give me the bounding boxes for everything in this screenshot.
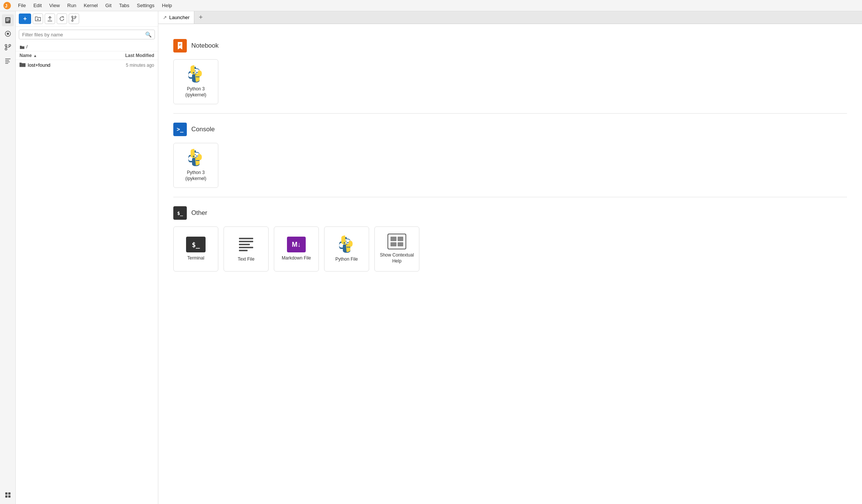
svg-point-7: [7, 33, 9, 35]
markdown-card[interactable]: M↓ Markdown File: [274, 226, 319, 272]
sort-icon: ▲: [33, 54, 37, 58]
pythonfile-icon: [338, 236, 356, 254]
menu-help[interactable]: Help: [159, 2, 175, 9]
other-cards: $_ Terminal Text File: [173, 226, 847, 272]
list-item[interactable]: lost+found 5 minutes ago: [16, 60, 158, 70]
console-section-title: Console: [191, 126, 215, 133]
new-folder-button[interactable]: [33, 14, 43, 24]
sidebar-item-files[interactable]: [2, 14, 14, 26]
contextual-help-card-label: Show Contextual Help: [379, 252, 414, 264]
section-console-header: >_ Console: [173, 123, 847, 136]
console-card-label: Python 3(ipykernel): [185, 170, 206, 182]
svg-point-33: [348, 245, 350, 247]
menu-edit[interactable]: Edit: [30, 2, 45, 9]
pythonfile-card-label: Python File: [335, 256, 358, 262]
svg-point-26: [72, 20, 73, 21]
terminal-card-label: Terminal: [187, 255, 204, 261]
terminal-icon: $_: [186, 237, 206, 252]
console-python3-card[interactable]: Python 3(ipykernel): [173, 143, 218, 188]
svg-rect-2: [5, 17, 11, 23]
contextual-help-card[interactable]: Show Contextual Help: [374, 226, 419, 272]
git-panel-button[interactable]: [69, 14, 79, 24]
search-input[interactable]: [22, 32, 145, 38]
console-cards: Python 3(ipykernel): [173, 143, 847, 188]
sidebar-item-running[interactable]: [2, 28, 14, 40]
markdown-icon: M↓: [287, 237, 306, 252]
console-section-icon: >_: [173, 123, 187, 136]
section-notebook-header: Notebook: [173, 39, 847, 52]
svg-point-29: [197, 75, 199, 76]
menu-git[interactable]: Git: [102, 2, 115, 9]
svg-rect-18: [5, 495, 8, 498]
new-launcher-button[interactable]: + +: [19, 14, 31, 24]
svg-rect-3: [6, 18, 10, 19]
file-list: lost+found 5 minutes ago: [16, 60, 158, 504]
add-tab-button[interactable]: +: [194, 11, 207, 24]
svg-point-8: [5, 45, 7, 46]
markdown-card-label: Markdown File: [282, 255, 311, 261]
launcher-tab-icon: ↗: [163, 15, 167, 20]
tab-launcher[interactable]: ↗ Launcher: [158, 11, 194, 24]
notebook-card-label: Python 3(ipykernel): [185, 86, 206, 98]
file-search-container: 🔍: [16, 27, 158, 42]
folder-icon: [20, 62, 26, 68]
textfile-icon: [237, 236, 255, 254]
breadcrumb: /: [16, 42, 158, 51]
svg-point-28: [193, 72, 194, 74]
sidebar-icons: [0, 11, 16, 504]
divider-1: [173, 113, 847, 114]
menu-tabs[interactable]: Tabs: [116, 2, 132, 9]
svg-point-10: [5, 48, 7, 50]
tab-label: Launcher: [169, 15, 189, 20]
notebook-section-title: Notebook: [191, 42, 219, 50]
tab-bar: ↗ Launcher +: [158, 11, 862, 24]
textfile-card[interactable]: Text File: [224, 226, 269, 272]
svg-rect-17: [8, 492, 11, 495]
sidebar-item-toc[interactable]: [2, 55, 14, 67]
search-icon: 🔍: [145, 32, 152, 38]
notebook-cards: Python 3(ipykernel): [173, 59, 847, 104]
svg-point-24: [72, 16, 73, 18]
refresh-button[interactable]: [57, 14, 67, 24]
menu-view[interactable]: View: [46, 2, 63, 9]
section-other-header: $_ Other: [173, 206, 847, 220]
plus-icon: +: [23, 15, 27, 22]
menu-run[interactable]: Run: [64, 2, 79, 9]
menu-kernel[interactable]: Kernel: [81, 2, 101, 9]
other-section-title: Other: [191, 209, 207, 217]
column-modified[interactable]: Last Modified: [98, 53, 154, 58]
textfile-card-label: Text File: [238, 256, 255, 262]
other-section-icon: $_: [173, 206, 187, 220]
pythonfile-card[interactable]: Python File: [324, 226, 369, 272]
file-list-header: Name ▲ Last Modified: [16, 51, 158, 60]
notebook-python3-card[interactable]: Python 3(ipykernel): [173, 59, 218, 104]
launcher-panel: Notebook Python 3(ipykernel): [158, 24, 862, 504]
file-search-box[interactable]: 🔍: [19, 30, 155, 39]
svg-point-31: [197, 159, 199, 160]
column-name[interactable]: Name ▲: [20, 53, 98, 58]
svg-rect-5: [6, 21, 9, 21]
svg-rect-19: [8, 495, 11, 498]
svg-rect-16: [5, 492, 8, 495]
main-area: ↗ Launcher + Notebook: [158, 11, 862, 504]
svg-point-32: [344, 242, 345, 244]
console-python-logo-icon: [187, 149, 205, 167]
contextual-help-icon: [387, 234, 406, 249]
file-name: lost+found: [28, 62, 98, 68]
sidebar-item-git[interactable]: [2, 41, 14, 53]
svg-rect-4: [6, 20, 10, 20]
sidebar-item-extensions[interactable]: [2, 489, 14, 501]
menu-file[interactable]: File: [15, 2, 29, 9]
python-logo-icon: [187, 65, 205, 83]
upload-button[interactable]: [45, 14, 55, 24]
app-logo: J: [3, 2, 11, 10]
svg-point-25: [75, 16, 76, 18]
divider-2: [173, 197, 847, 197]
menubar: J File Edit View Run Kernel Git Tabs Set…: [0, 0, 862, 11]
svg-text:J: J: [5, 3, 8, 9]
breadcrumb-path: /: [26, 44, 28, 50]
notebook-section-icon: [173, 39, 187, 52]
menu-settings[interactable]: Settings: [134, 2, 158, 9]
terminal-card[interactable]: $_ Terminal: [173, 226, 218, 272]
svg-point-9: [9, 45, 11, 46]
